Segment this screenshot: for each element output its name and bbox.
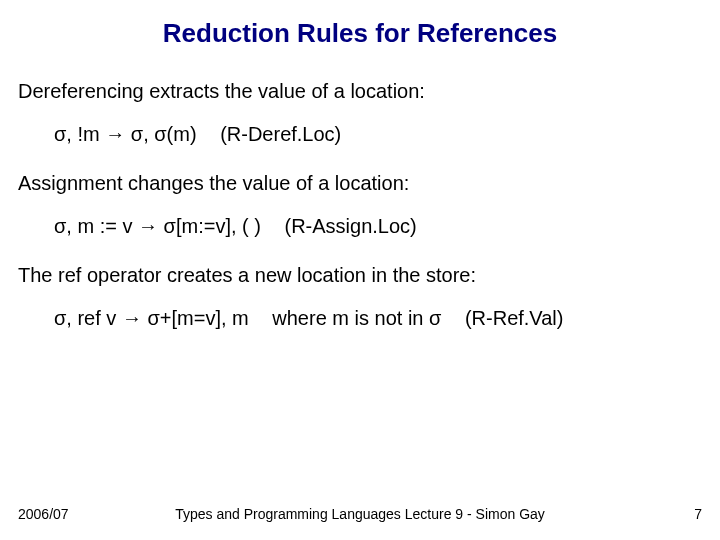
rule-name: (R-Assign.Loc) [285, 215, 417, 237]
slide-title: Reduction Rules for References [0, 18, 720, 49]
rule-deref-loc: σ, !m → σ, σ(m) (R-Deref.Loc) [54, 121, 702, 148]
rule-assign-loc: σ, m := v → σ[m:=v], ( ) (R-Assign.Loc) [54, 213, 702, 240]
rule-expression: σ, m := v → σ[m:=v], ( ) [54, 215, 261, 237]
footer-lecture: Types and Programming Languages Lecture … [18, 506, 702, 522]
rule-expression: σ, ref v → σ+[m=v], m [54, 307, 249, 329]
rule-expression: σ, !m → σ, σ(m) [54, 123, 197, 145]
slide-body: Dereferencing extracts the value of a lo… [18, 78, 702, 354]
rule-name: (R-Ref.Val) [465, 307, 564, 329]
footer-page-number: 7 [694, 506, 702, 522]
paragraph-assign: Assignment changes the value of a locati… [18, 170, 702, 197]
paragraph-ref: The ref operator creates a new location … [18, 262, 702, 289]
rule-condition: where m is not in σ [272, 307, 441, 329]
slide: Reduction Rules for References Dereferen… [0, 0, 720, 540]
rule-ref-val: σ, ref v → σ+[m=v], m where m is not in … [54, 305, 702, 332]
rule-name: (R-Deref.Loc) [220, 123, 341, 145]
paragraph-deref: Dereferencing extracts the value of a lo… [18, 78, 702, 105]
